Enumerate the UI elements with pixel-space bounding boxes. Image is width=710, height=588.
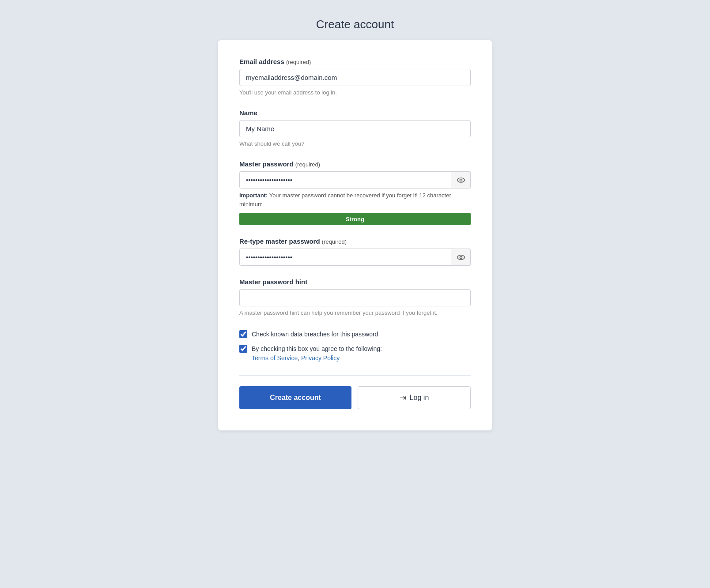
master-password-label: Master password (required) xyxy=(239,160,471,168)
svg-point-3 xyxy=(460,256,462,258)
eye-icon xyxy=(457,176,465,185)
privacy-policy-link[interactable]: Privacy Policy xyxy=(301,354,340,362)
checkboxes-group: Check known data breaches for this passw… xyxy=(239,330,471,363)
breach-checkbox[interactable] xyxy=(239,330,247,338)
terms-of-service-link[interactable]: Terms of Service xyxy=(252,354,298,362)
breach-checkbox-label[interactable]: Check known data breaches for this passw… xyxy=(252,330,378,339)
master-password-required-badge: (required) xyxy=(295,161,320,168)
name-input[interactable] xyxy=(239,120,471,137)
name-hint: What should we call you? xyxy=(239,140,471,148)
retype-password-label: Re-type master password (required) xyxy=(239,237,471,245)
retype-password-input[interactable] xyxy=(239,249,471,266)
hint-input[interactable] xyxy=(239,289,471,306)
master-password-wrapper xyxy=(239,171,471,188)
terms-checkbox-label[interactable]: By checking this box you agree to the fo… xyxy=(252,344,382,363)
retype-password-wrapper xyxy=(239,249,471,266)
name-label: Name xyxy=(239,109,471,117)
email-field-group: Email address (required) You'll use your… xyxy=(239,58,471,97)
eye-icon-retype xyxy=(457,253,465,262)
hint-label: Master password hint xyxy=(239,278,471,286)
svg-point-2 xyxy=(457,255,465,260)
master-password-input[interactable] xyxy=(239,171,471,188)
terms-checkbox[interactable] xyxy=(239,345,247,353)
button-row: Create account ⇥ Log in xyxy=(239,386,471,409)
retype-required-badge: (required) xyxy=(322,238,347,245)
login-icon: ⇥ xyxy=(400,393,406,403)
svg-point-0 xyxy=(457,178,465,182)
login-button[interactable]: ⇥ Log in xyxy=(358,386,471,409)
email-hint: You'll use your email address to log in. xyxy=(239,89,471,97)
login-button-label: Log in xyxy=(410,394,429,402)
strength-label: Strong xyxy=(346,216,364,222)
breach-check-row: Check known data breaches for this passw… xyxy=(239,330,471,339)
form-card: Email address (required) You'll use your… xyxy=(218,40,492,430)
master-password-toggle-button[interactable] xyxy=(451,171,471,188)
create-account-button[interactable]: Create account xyxy=(239,386,351,409)
master-password-field-group: Master password (required) Important: Yo… xyxy=(239,160,471,225)
svg-point-1 xyxy=(460,179,462,181)
hint-help: A master password hint can help you reme… xyxy=(239,309,471,317)
name-field-group: Name What should we call you? xyxy=(239,109,471,148)
page-title: Create account xyxy=(316,18,394,31)
email-required-badge: (required) xyxy=(286,59,311,65)
terms-check-row: By checking this box you agree to the fo… xyxy=(239,344,471,363)
password-strength-bar: Strong xyxy=(239,213,471,225)
master-password-hint: Important: Your master password cannot b… xyxy=(239,191,471,208)
retype-password-toggle-button[interactable] xyxy=(451,249,471,266)
email-input[interactable] xyxy=(239,69,471,86)
form-divider xyxy=(239,375,471,376)
retype-password-field-group: Re-type master password (required) xyxy=(239,237,471,266)
email-label: Email address (required) xyxy=(239,58,471,65)
hint-field-group: Master password hint A master password h… xyxy=(239,278,471,317)
